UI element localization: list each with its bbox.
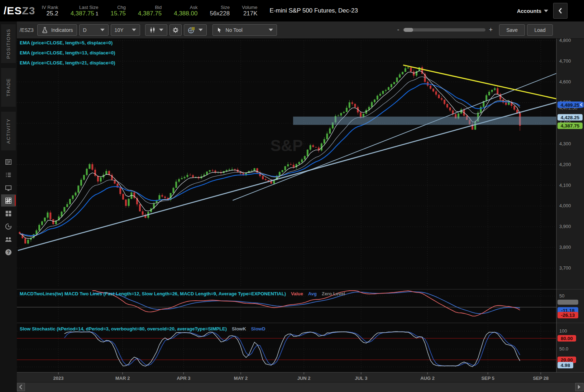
save-button[interactable]: Save	[499, 24, 525, 36]
timeframe-dropdown[interactable]: D	[79, 24, 109, 36]
ema-study-label[interactable]: EMA (price=CLOSE, length=13, displace=0)	[20, 50, 115, 55]
chevron-down-icon	[159, 29, 163, 31]
sidebar-tab-activity[interactable]: ACTIVITY	[1, 112, 16, 150]
sidebar-history-icon[interactable]	[1, 220, 16, 232]
quote-field-iv-rank: IV Rank25.2	[42, 5, 58, 17]
sidebar-help-icon[interactable]: ?	[1, 246, 16, 258]
chevron-left-icon	[558, 8, 563, 14]
chevron-down-icon	[132, 29, 136, 31]
macd-zero-bubble	[557, 300, 578, 305]
list-icon	[4, 171, 13, 179]
support-band	[293, 117, 556, 125]
chart-panel: /ESZ3 Indicators D 10Y	[17, 21, 584, 392]
sidebar-tab-label: TRADE	[6, 78, 11, 97]
zoom-control: - +	[397, 26, 493, 34]
range-dropdown[interactable]: 10Y	[111, 24, 140, 36]
date-axis-label: MAY 2	[234, 376, 248, 381]
chart-area[interactable]: S&PEMA (price=CLOSE, length=5, displace=…	[17, 39, 584, 392]
cursor-icon	[216, 27, 223, 33]
toolbar-symbol: /ESZ3	[20, 27, 34, 33]
quote-header: /ESZ3 IV Rank25.2Last Size4,387.75 1Chg1…	[0, 0, 584, 21]
grid-icon	[4, 209, 13, 218]
chevron-down-icon	[198, 29, 203, 31]
left-sidebar: POSITIONSTRADEACTIVITY?	[0, 21, 17, 392]
accounts-menu[interactable]: Accounts	[517, 8, 548, 14]
ema-study-label[interactable]: EMA (price=CLOSE, length=5, displace=0)	[20, 40, 113, 45]
date-axis-label: AUG 2	[420, 376, 435, 381]
chart-layout-dropdown[interactable]	[184, 24, 207, 36]
order-marker[interactable]	[579, 102, 584, 108]
chart-watermark: S&P	[271, 137, 303, 154]
chevron-down-icon	[544, 10, 548, 12]
macd-axis-label: 50	[559, 293, 564, 299]
date-axis-label: 2023	[53, 376, 64, 381]
price-axis-label: 4,800	[559, 39, 571, 43]
quote-field-chg: Chg15.75	[111, 5, 126, 17]
chevron-down-icon	[269, 29, 273, 31]
candlestick-icon	[149, 26, 156, 34]
sidebar-tv-icon[interactable]	[1, 182, 16, 194]
sidebar-ledger-icon[interactable]	[1, 156, 16, 168]
people-icon	[4, 235, 13, 243]
zoom-slider[interactable]	[403, 28, 485, 32]
symbol-suffix: Z3	[22, 5, 35, 16]
svg-text:4,428.25: 4,428.25	[561, 115, 580, 120]
symbol-root: /ES	[4, 5, 22, 16]
date-axis-label: SEP 5	[481, 376, 494, 381]
price-axis-label: 4,300	[559, 141, 571, 146]
range-value: 10Y	[115, 27, 124, 33]
price-axis-label: 4,000	[559, 203, 571, 208]
macd-study-label[interactable]: MACDTwoLines(tw) MACD Two Lines (Fast Le…	[20, 291, 345, 296]
chart-toolbar: /ESZ3 Indicators D 10Y	[17, 21, 584, 39]
date-axis-label: MAR 2	[115, 376, 130, 381]
date-axis-label: JUL 3	[355, 376, 367, 381]
indicators-button[interactable]: Indicators	[37, 24, 77, 36]
tool-value: No Tool	[226, 27, 243, 33]
chart-icon	[4, 197, 13, 205]
price-axis-label: 4,100	[559, 183, 571, 188]
drawing-tool-dropdown[interactable]: No Tool	[212, 24, 277, 36]
price-axis-label: 4,600	[559, 79, 571, 84]
sidebar-list-icon[interactable]	[1, 169, 16, 181]
quote-field-last-size: Last Size4,387.75 1	[71, 5, 99, 17]
sidebar-tab-positions[interactable]: POSITIONS	[1, 24, 16, 63]
quote-field-ask: Ask4,388.00	[174, 5, 197, 17]
stoch-axis-label: 50.0	[559, 346, 568, 352]
chart-settings-button[interactable]	[169, 24, 182, 36]
price-axis-label: 3,800	[559, 245, 571, 250]
zoom-in-button[interactable]: +	[489, 26, 493, 34]
sidebar-tab-trade[interactable]: TRADE	[1, 68, 16, 107]
sidebar-people-icon[interactable]	[1, 233, 16, 245]
quote-fields: IV Rank25.2Last Size4,387.75 1Chg15.75Bi…	[42, 5, 269, 17]
price-axis-label: 4,200	[559, 162, 571, 167]
accounts-label: Accounts	[517, 8, 541, 14]
symbol-title: /ESZ3	[0, 5, 42, 17]
sidebar-tab-label: POSITIONS	[6, 29, 11, 59]
stoch-axis-label: 100	[559, 328, 567, 334]
price-chart[interactable]: S&PEMA (price=CLOSE, length=5, displace=…	[17, 39, 584, 392]
contract-title: E-mini S&P 500 Futures, Dec-23	[270, 7, 358, 14]
help-icon: ?	[4, 248, 13, 256]
chart-type-dropdown[interactable]	[145, 24, 167, 36]
svg-text:-26.13: -26.13	[561, 313, 575, 318]
scroll-left-button[interactable]	[17, 383, 25, 391]
zoom-out-button[interactable]: -	[397, 26, 399, 34]
load-button[interactable]: Load	[527, 24, 553, 36]
price-axis-label: 3,700	[559, 265, 571, 271]
sidebar-grid-icon[interactable]	[1, 207, 16, 219]
quote-field-size: Size56x228	[210, 5, 230, 17]
svg-text:80.00: 80.00	[561, 336, 573, 341]
flexible-grid-icon	[188, 26, 196, 34]
price-axis-label: 4,700	[559, 58, 571, 64]
svg-text:4,489.25: 4,489.25	[561, 102, 580, 108]
zoom-slider-handle[interactable]	[404, 28, 413, 32]
timeframe-value: D	[83, 27, 87, 33]
svg-text:20.00: 20.00	[561, 357, 573, 363]
sidebar-chart-icon[interactable]	[1, 194, 16, 207]
price-axis-label: 3,900	[559, 224, 571, 229]
tv-icon	[4, 184, 13, 192]
collapse-panel-button[interactable]	[553, 3, 568, 19]
date-axis-label: APR 3	[177, 376, 190, 381]
ema-study-label[interactable]: EMA (price=CLOSE, length=21, displace=0)	[20, 60, 115, 66]
gear-icon	[172, 26, 179, 34]
